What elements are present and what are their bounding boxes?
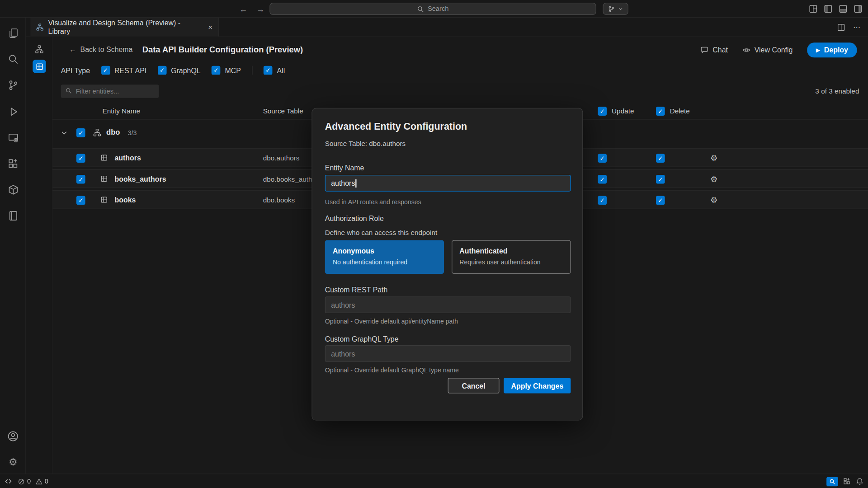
- run-debug-icon[interactable]: [0, 101, 26, 123]
- entity-filter: [61, 84, 159, 98]
- filter-entities-input[interactable]: [61, 84, 159, 98]
- toggle-primary-sidebar-icon[interactable]: [824, 5, 833, 14]
- row-checkbox[interactable]: ✓: [76, 154, 85, 163]
- advanced-entity-configuration-dialog: Advanced Entity Configuration Source Tab…: [311, 108, 583, 421]
- rest-path-label: Custom REST Path: [325, 286, 388, 294]
- row-settings-gear-icon[interactable]: ⚙: [710, 153, 717, 164]
- graphql-checkbox[interactable]: ✓: [158, 66, 167, 75]
- role-title: Authenticated: [459, 247, 563, 255]
- rest-api-checkbox[interactable]: ✓: [101, 66, 110, 75]
- explorer-icon[interactable]: [0, 22, 26, 44]
- graphql-type-hint: Optional - Override default GraphQL type…: [325, 367, 459, 374]
- remote-indicator-icon[interactable]: [5, 478, 12, 485]
- role-card-anonymous[interactable]: Anonymous No authentication required: [325, 240, 444, 274]
- customize-layout-icon[interactable]: [809, 5, 818, 14]
- graphql-label: GraphQL: [171, 66, 200, 74]
- update-checkbox[interactable]: ✓: [598, 154, 607, 163]
- branch-icon: [608, 5, 615, 13]
- enabled-count: 3 of 3 enabled: [815, 87, 859, 95]
- rest-path-hint: Optional - Override default api/entityNa…: [325, 318, 458, 325]
- tab-schema-designer[interactable]: Visualize and Design Schema (Preview) - …: [30, 18, 218, 37]
- forward-arrow-icon[interactable]: →: [256, 4, 264, 14]
- col-source-table: Source Table: [263, 108, 303, 115]
- entity-name-input[interactable]: authors: [325, 175, 571, 192]
- search-icon[interactable]: [0, 48, 26, 70]
- zoom-icon[interactable]: [826, 477, 838, 486]
- view-config-button[interactable]: View Config: [742, 46, 793, 54]
- authorization-role-label: Authorization Role: [325, 214, 384, 222]
- delete-checkbox[interactable]: ✓: [656, 175, 665, 184]
- tab-title: Visualize and Design Schema (Preview) - …: [48, 19, 204, 36]
- eye-icon: [742, 46, 750, 54]
- search-icon: [65, 87, 72, 94]
- filter-graphql[interactable]: ✓ GraphQL: [158, 66, 201, 75]
- mcp-checkbox[interactable]: ✓: [212, 66, 221, 75]
- rest-path-input[interactable]: [325, 296, 571, 313]
- delete-checkbox[interactable]: ✓: [656, 196, 665, 205]
- dialog-title: Advanced Entity Configuration: [325, 121, 467, 132]
- branch-dropdown-button[interactable]: [603, 3, 628, 15]
- update-checkbox[interactable]: ✓: [598, 175, 607, 184]
- notebook-icon[interactable]: [0, 205, 26, 227]
- title-bar: ← → Search: [0, 0, 868, 18]
- delete-checkbox[interactable]: ✓: [656, 154, 665, 163]
- extensions-status-icon[interactable]: [843, 478, 851, 485]
- editor-actions: ⋯: [837, 18, 860, 37]
- remote-explorer-icon[interactable]: [0, 127, 26, 149]
- source-control-icon[interactable]: [0, 74, 26, 96]
- group-count: 3/3: [128, 130, 137, 136]
- deploy-button[interactable]: ▶ Deploy: [807, 42, 857, 57]
- group-checkbox[interactable]: ✓: [76, 128, 85, 137]
- api-config-view-icon[interactable]: [33, 60, 46, 73]
- divider: [252, 66, 252, 75]
- filter-all[interactable]: ✓ All: [264, 66, 285, 75]
- row-settings-gear-icon[interactable]: ⚙: [710, 174, 717, 184]
- deploy-label: Deploy: [824, 46, 848, 54]
- all-checkbox[interactable]: ✓: [264, 66, 273, 75]
- schema-icon: [93, 128, 101, 136]
- split-editor-icon[interactable]: [837, 23, 845, 31]
- search-label: Search: [428, 5, 449, 13]
- back-arrow-icon: ←: [69, 45, 76, 53]
- chevron-down-icon[interactable]: [60, 129, 68, 136]
- delete-all-checkbox[interactable]: ✓: [656, 107, 665, 116]
- more-actions-icon[interactable]: ⋯: [853, 23, 860, 31]
- cancel-button[interactable]: Cancel: [448, 378, 500, 393]
- graphql-type-input[interactable]: [325, 345, 571, 362]
- chevron-down-icon: [618, 6, 623, 11]
- filter-rest-api[interactable]: ✓ REST API: [101, 66, 146, 75]
- schema-view-icon[interactable]: [33, 42, 46, 56]
- settings-gear-icon[interactable]: ⚙: [0, 451, 26, 473]
- back-to-schema-link[interactable]: ← Back to Schema: [69, 45, 132, 53]
- back-arrow-icon[interactable]: ←: [239, 4, 247, 14]
- view-config-label: View Config: [755, 46, 793, 54]
- error-icon: [18, 478, 25, 485]
- database-cube-icon[interactable]: [0, 179, 26, 201]
- chat-button[interactable]: Chat: [700, 46, 728, 54]
- group-name: dbo: [106, 128, 120, 136]
- toggle-panel-icon[interactable]: [839, 5, 848, 14]
- apply-changes-button[interactable]: Apply Changes: [504, 378, 571, 393]
- row-checkbox[interactable]: ✓: [76, 196, 85, 205]
- layout-controls: [809, 0, 863, 18]
- problems-indicator[interactable]: 0 0: [18, 478, 48, 485]
- row-checkbox[interactable]: ✓: [76, 175, 85, 184]
- notifications-bell-icon[interactable]: [856, 478, 863, 485]
- role-card-authenticated[interactable]: Authenticated Requires user authenticati…: [452, 240, 571, 274]
- update-checkbox[interactable]: ✓: [598, 196, 607, 205]
- table-icon: [100, 196, 108, 203]
- table-icon: [100, 154, 108, 161]
- filter-mcp[interactable]: ✓ MCP: [212, 66, 241, 75]
- update-all-checkbox[interactable]: ✓: [598, 107, 607, 116]
- status-right: [826, 474, 863, 488]
- account-icon[interactable]: [0, 425, 26, 447]
- entity-name-hint: Used in API routes and responses: [325, 199, 421, 206]
- command-search-box[interactable]: Search: [269, 3, 596, 15]
- toggle-secondary-sidebar-icon[interactable]: [854, 5, 863, 14]
- graphql-type-label: Custom GraphQL Type: [325, 335, 399, 343]
- row-settings-gear-icon[interactable]: ⚙: [710, 195, 717, 206]
- role-title: Anonymous: [333, 247, 436, 255]
- close-icon[interactable]: ×: [208, 23, 212, 32]
- extensions-icon[interactable]: [0, 153, 26, 175]
- entity-name-label: Entity Name: [325, 164, 364, 172]
